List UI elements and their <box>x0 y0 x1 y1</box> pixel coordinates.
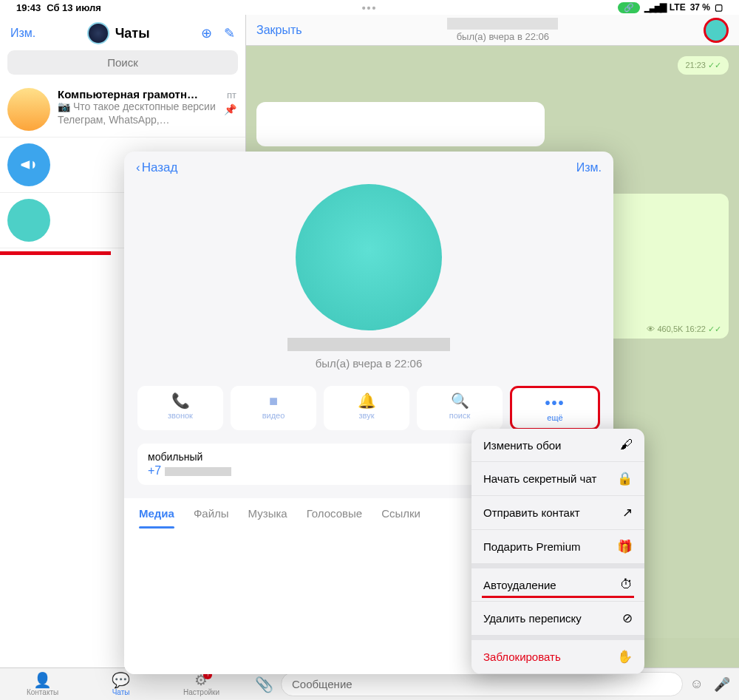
action-label: поиск <box>449 411 471 420</box>
action-label: звонок <box>168 411 193 420</box>
mute-button[interactable]: 🔔 звук <box>324 386 409 430</box>
attach-icon[interactable]: 📎 <box>255 676 273 693</box>
phone-icon: 📞 <box>171 393 190 408</box>
chats-icon: 💬 <box>112 673 130 687</box>
status-bar: 19:43 Сб 13 июля ••• 🔗 ▁▃▅▇ LTE 37 % ▢ <box>0 0 739 15</box>
profile-name <box>287 338 450 351</box>
stickers-icon[interactable]: ☺ <box>690 676 704 693</box>
menu-change-wallpaper[interactable]: Изменить обои 🖌 <box>471 429 644 462</box>
menu-delete-chat[interactable]: Удалить переписку ⊘ <box>471 602 644 636</box>
tab-files[interactable]: Файлы <box>194 507 229 520</box>
tab-contacts[interactable]: 👤 Контакты <box>27 673 58 696</box>
more-context-menu: Изменить обои 🖌 Начать секретный чат 🔒 О… <box>471 429 644 674</box>
status-date: Сб 13 июля <box>47 2 101 13</box>
more-button[interactable]: ••• ещё <box>510 386 600 430</box>
link-badge-icon: 🔗 <box>618 2 640 13</box>
edit-chats-button[interactable]: Изм. <box>10 27 35 40</box>
sidebar-header: Изм. Чаты ⊕ ✎ <box>0 15 245 50</box>
chat-item[interactable]: Компьютерная грамотност… пт 📷 Что такое … <box>0 82 245 137</box>
more-icon: ••• <box>545 395 565 410</box>
profile-avatar[interactable] <box>296 184 442 330</box>
tab-music[interactable]: Музыка <box>248 507 287 520</box>
tab-label: Чаты <box>112 688 130 696</box>
menu-share-contact[interactable]: Отправить контакт ↗ <box>471 496 644 530</box>
menu-label: Начать секретный чат <box>483 472 596 485</box>
call-button[interactable]: 📞 звонок <box>137 386 223 430</box>
status-time: 19:43 <box>16 2 41 13</box>
chat-preview: 📷 Что такое десктопные версии Телеграм, … <box>58 101 219 126</box>
chat-time: пт <box>227 89 236 101</box>
timer-icon: ⏱ <box>620 577 633 592</box>
action-label: ещё <box>547 413 562 422</box>
menu-label: Удалить переписку <box>483 612 582 625</box>
battery-icon: ▢ <box>715 2 723 13</box>
compose-icon[interactable]: ✎ <box>224 25 235 41</box>
menu-secret-chat[interactable]: Начать секретный чат 🔒 <box>471 462 644 496</box>
tab-label: Контакты <box>27 688 58 696</box>
menu-auto-delete[interactable]: Автоудаление ⏱ <box>471 568 644 602</box>
brush-icon: 🖌 <box>620 438 633 452</box>
bell-icon: 🔔 <box>358 393 376 408</box>
menu-gift-premium[interactable]: Подарить Premium 🎁 <box>471 530 644 564</box>
add-story-icon[interactable]: ⊕ <box>201 25 212 41</box>
menu-label: Автоудаление <box>483 579 556 591</box>
contacts-icon: 👤 <box>33 673 52 687</box>
tab-label: Настройки <box>183 688 219 696</box>
chat-avatar <box>7 143 50 186</box>
settings-icon: ⚙! <box>194 673 208 687</box>
tab-media[interactable]: Медиа <box>139 507 174 520</box>
chat-avatar <box>7 88 50 131</box>
action-label: звук <box>359 411 375 420</box>
sidebar-title: Чаты <box>115 26 150 41</box>
menu-label: Отправить контакт <box>483 506 580 519</box>
back-button[interactable]: ‹Назад <box>136 160 177 175</box>
menu-label: Изменить обои <box>483 439 561 452</box>
video-button[interactable]: ■ видео <box>231 386 316 430</box>
message-bubble[interactable]: 21:23 ✓✓ <box>678 56 729 75</box>
tab-chats[interactable]: 💬 Чаты <box>112 673 130 696</box>
message-bubble[interactable] <box>256 102 545 146</box>
menu-label: Подарить Premium <box>483 540 580 553</box>
battery-pct: 37 % <box>690 2 710 13</box>
tab-links[interactable]: Ссылки <box>381 507 420 520</box>
menu-block[interactable]: Заблокировать ✋ <box>471 640 644 674</box>
modal-edit-button[interactable]: Изм. <box>576 161 602 174</box>
chevron-left-icon: ‹ <box>136 160 140 175</box>
chat-header: Закрыть был(а) вчера в 22:06 <box>246 15 739 46</box>
read-check-icon: ✓✓ <box>708 61 721 69</box>
search-input[interactable] <box>7 50 238 75</box>
message-input[interactable] <box>281 672 683 696</box>
chat-name: Компьютерная грамотност… <box>58 88 198 101</box>
speech-x-icon: ⊘ <box>622 611 633 626</box>
tab-voice[interactable]: Голосовые <box>307 507 363 520</box>
hand-icon: ✋ <box>617 649 633 665</box>
search-in-chat-button[interactable]: 🔍 поиск <box>417 386 503 430</box>
header-avatar-highlighted[interactable] <box>704 18 729 43</box>
voice-icon[interactable]: 🎤 <box>714 676 730 693</box>
network-type: LTE <box>670 2 686 13</box>
profile-last-seen: был(а) вчера в 22:06 <box>137 357 600 370</box>
action-label: видео <box>262 411 285 420</box>
gift-icon: 🎁 <box>617 539 633 554</box>
chat-last-seen: был(а) вчера в 22:06 <box>457 31 549 42</box>
window-drag-handle[interactable]: ••• <box>362 2 378 14</box>
lock-icon: 🔒 <box>617 471 633 486</box>
video-icon: ■ <box>269 393 278 408</box>
chat-contact-name <box>447 18 558 30</box>
pin-icon: 📌 <box>224 103 236 115</box>
tab-settings[interactable]: ⚙! Настройки <box>183 673 219 696</box>
signal-icon: ▁▃▅▇ <box>644 2 665 13</box>
share-icon: ↗ <box>622 505 633 520</box>
story-ring-avatar[interactable] <box>87 22 109 44</box>
chat-avatar <box>7 199 50 242</box>
close-button[interactable]: Закрыть <box>256 24 302 37</box>
menu-label: Заблокировать <box>483 650 561 663</box>
search-icon: 🔍 <box>451 393 469 408</box>
annotation-underline <box>0 251 111 255</box>
